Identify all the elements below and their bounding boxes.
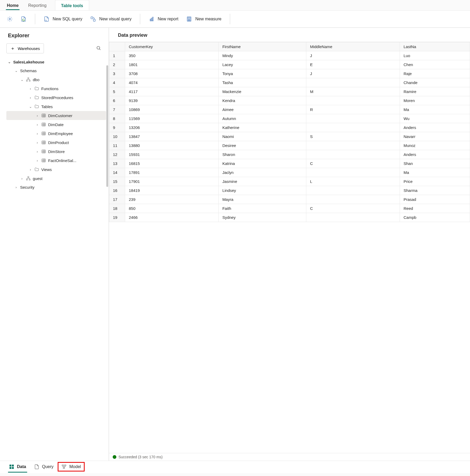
cell[interactable]: Jasmine: [218, 177, 306, 186]
table-row[interactable]: 811569AutumnWu: [109, 114, 470, 123]
cell[interactable]: Shan: [400, 159, 470, 168]
tree-node-schemas[interactable]: ⌄ Schemas: [6, 66, 106, 75]
new-visual-query-button[interactable]: New visual query: [90, 15, 132, 23]
tree-node-functions[interactable]: › Functions: [6, 84, 106, 93]
cell[interactable]: [306, 141, 400, 150]
tree-node-tables[interactable]: ⌄ Tables: [6, 102, 106, 111]
bottom-tab-query[interactable]: Query: [31, 463, 57, 471]
cell[interactable]: J: [306, 69, 400, 78]
tree-node-guest[interactable]: › guest: [6, 174, 106, 183]
new-measure-button[interactable]: New measure: [186, 15, 222, 23]
column-header[interactable]: FirstName: [218, 42, 306, 51]
cell[interactable]: Ma: [400, 105, 470, 114]
cell[interactable]: 2466: [125, 213, 219, 222]
cell[interactable]: Naomi: [218, 132, 306, 141]
table-row[interactable]: 1618419LindseySharma: [109, 186, 470, 195]
cell[interactable]: Anders: [400, 123, 470, 132]
cell[interactable]: 10869: [125, 105, 219, 114]
cell[interactable]: 9139: [125, 96, 219, 105]
table-row[interactable]: 69139KendraMoren: [109, 96, 470, 105]
cell[interactable]: Chen: [400, 60, 470, 69]
cell[interactable]: Sydney: [218, 213, 306, 222]
table-row[interactable]: 21801LaceyEChen: [109, 60, 470, 69]
settings-button[interactable]: [6, 15, 13, 23]
cell[interactable]: [306, 168, 400, 177]
cell[interactable]: 1801: [125, 60, 219, 69]
tree-node-dbo[interactable]: ⌄ dbo: [6, 75, 106, 84]
cell[interactable]: C: [306, 204, 400, 213]
cell[interactable]: Prasad: [400, 195, 470, 204]
cell[interactable]: Autumn: [218, 114, 306, 123]
cell[interactable]: Jaclyn: [218, 168, 306, 177]
column-header[interactable]: MiddleName: [306, 42, 400, 51]
bottom-tab-data[interactable]: Data: [6, 463, 29, 471]
cell[interactable]: Katrina: [218, 159, 306, 168]
table-row[interactable]: 18850FaithCReed: [109, 204, 470, 213]
data-grid-wrapper[interactable]: CustomerKeyFirstNameMiddleNameLastNa 135…: [109, 42, 470, 453]
tree-table-item[interactable]: ›DimProduct: [6, 138, 106, 147]
cell[interactable]: 11569: [125, 114, 219, 123]
cell[interactable]: [306, 213, 400, 222]
cell[interactable]: [306, 186, 400, 195]
cell[interactable]: Tasha: [218, 78, 306, 87]
column-header[interactable]: LastNa: [400, 42, 470, 51]
scrollbar-thumb[interactable]: [106, 65, 108, 187]
add-warehouse-button[interactable]: ＋ Warehouses: [6, 43, 44, 53]
ribbon-tab-table-tools[interactable]: Table tools: [55, 0, 89, 10]
cell[interactable]: 4117: [125, 87, 219, 96]
cell[interactable]: [306, 150, 400, 159]
cell[interactable]: Raje: [400, 69, 470, 78]
cell[interactable]: C: [306, 159, 400, 168]
table-row[interactable]: 710869AimeeRMa: [109, 105, 470, 114]
ribbon-tab-home[interactable]: Home: [6, 0, 20, 10]
cell[interactable]: Sharma: [400, 186, 470, 195]
cell[interactable]: R: [306, 105, 400, 114]
cell[interactable]: Tonya: [218, 69, 306, 78]
cell[interactable]: 3708: [125, 69, 219, 78]
cell[interactable]: 13880: [125, 141, 219, 150]
cell[interactable]: Mindy: [218, 51, 306, 60]
tree-root-saleslakehouse[interactable]: ⌄ SalesLakehouse: [6, 58, 106, 66]
table-row[interactable]: 54117MackenzieMRamire: [109, 87, 470, 96]
tree-table-item[interactable]: ›DimStore: [6, 147, 106, 156]
table-row[interactable]: 192466SydneyCampb: [109, 213, 470, 222]
cell[interactable]: [306, 114, 400, 123]
cell[interactable]: Campb: [400, 213, 470, 222]
cell[interactable]: [306, 78, 400, 87]
cell[interactable]: Reed: [400, 204, 470, 213]
bottom-tab-model[interactable]: Model: [58, 463, 84, 471]
cell[interactable]: 15931: [125, 150, 219, 159]
tree-table-item[interactable]: ›FactOnlineSal...: [6, 156, 106, 165]
tree-node-storedprocedures[interactable]: › StoredProcedures: [6, 93, 106, 102]
cell[interactable]: Anders: [400, 150, 470, 159]
table-row[interactable]: 17239MayraPrasad: [109, 195, 470, 204]
column-header[interactable]: CustomerKey: [125, 42, 219, 51]
tree-node-security[interactable]: › Security: [6, 183, 106, 192]
cell[interactable]: J: [306, 51, 400, 60]
table-row[interactable]: 33708TonyaJRaje: [109, 69, 470, 78]
cell[interactable]: Kendra: [218, 96, 306, 105]
cell[interactable]: [306, 96, 400, 105]
cell[interactable]: 850: [125, 204, 219, 213]
cell[interactable]: Sharon: [218, 150, 306, 159]
tree-table-item[interactable]: ›DimEmployee: [6, 129, 106, 138]
refresh-button[interactable]: [20, 15, 27, 23]
tree-table-item[interactable]: ›DimDate: [6, 120, 106, 129]
cell[interactable]: Katherine: [218, 123, 306, 132]
cell[interactable]: Munoz: [400, 141, 470, 150]
table-row[interactable]: 913206KatherineAnders: [109, 123, 470, 132]
cell[interactable]: 16815: [125, 159, 219, 168]
table-row[interactable]: 1013847NaomiSNavarr: [109, 132, 470, 141]
search-button[interactable]: [96, 45, 101, 52]
table-row[interactable]: 1517901JasmineLPrice: [109, 177, 470, 186]
cell[interactable]: 239: [125, 195, 219, 204]
tree-node-views[interactable]: › Views: [6, 165, 106, 174]
cell[interactable]: Faith: [218, 204, 306, 213]
cell[interactable]: 17891: [125, 168, 219, 177]
cell[interactable]: Chande: [400, 78, 470, 87]
cell[interactable]: L: [306, 177, 400, 186]
cell[interactable]: Mackenzie: [218, 87, 306, 96]
cell[interactable]: Lindsey: [218, 186, 306, 195]
table-row[interactable]: 44074TashaChande: [109, 78, 470, 87]
cell[interactable]: Aimee: [218, 105, 306, 114]
